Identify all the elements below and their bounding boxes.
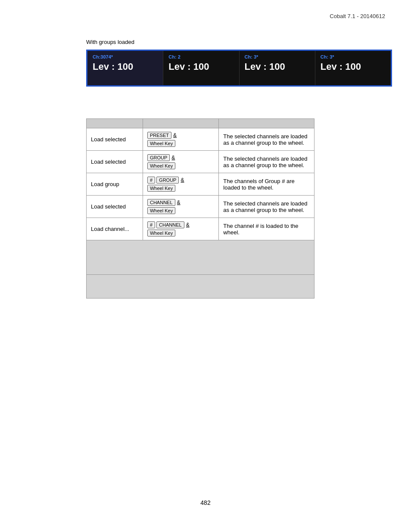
- preset-key: PRESET: [147, 132, 171, 139]
- key-row: GROUP &: [147, 154, 214, 161]
- amp-symbol: &: [186, 222, 190, 228]
- page-number: 482: [200, 499, 210, 506]
- table-row: Load channel... # CHANNEL & Wheel Key Th…: [87, 218, 314, 240]
- wheel-key: Wheel Key: [147, 185, 175, 192]
- channel-level-3: Lev : 100: [245, 61, 310, 72]
- action-cell: Load selected: [87, 128, 143, 151]
- wheel-key: Wheel Key: [147, 230, 175, 236]
- col3-header: [219, 119, 314, 128]
- channel-label-3: Ch: 3*: [245, 54, 310, 59]
- key-sequence: GROUP & Wheel Key: [147, 154, 214, 169]
- amp-symbol: &: [171, 155, 175, 161]
- key-row-2: Wheel Key: [147, 140, 214, 147]
- key-row: CHANNEL &: [147, 199, 214, 206]
- action-cell: Load channel...: [87, 218, 143, 240]
- key-row-2: Wheel Key: [147, 185, 214, 192]
- channel-cell-4: Ch: 3* Lev : 100: [315, 51, 391, 85]
- action-cell: Load selected: [87, 151, 143, 173]
- key-sequence: PRESET & Wheel Key: [147, 132, 214, 147]
- key-row-2: Wheel Key: [147, 207, 214, 214]
- group-key: GROUP: [156, 177, 179, 184]
- gray-cell-1: [87, 240, 314, 275]
- description-cell: The channel # is loaded to the wheel.: [219, 218, 314, 240]
- wheel-key: Wheel Key: [147, 140, 175, 147]
- table-row: Load selected PRESET & Wheel Key The sel…: [87, 128, 314, 151]
- group-key: GROUP: [147, 154, 170, 161]
- keys-cell: PRESET & Wheel Key: [143, 128, 218, 151]
- section-label: With groups loaded: [86, 39, 134, 45]
- description-cell: The selected channels are loaded as a ch…: [219, 128, 314, 151]
- page-header: Cobalt 7.1 - 20140612: [330, 13, 385, 19]
- channel-level-4: Lev : 100: [321, 61, 386, 72]
- keys-cell: # CHANNEL & Wheel Key: [143, 218, 218, 240]
- table-row: Load selected GROUP & Wheel Key The sele…: [87, 151, 314, 173]
- key-row-2: Wheel Key: [147, 162, 214, 169]
- channel-cell-1: Ch:3074* Lev : 100: [87, 51, 163, 85]
- wheel-key: Wheel Key: [147, 162, 175, 169]
- description-cell: The channels of Group # are loaded to th…: [219, 173, 314, 196]
- channel-key: CHANNEL: [156, 221, 184, 228]
- description-cell: The selected channels are loaded as a ch…: [219, 196, 314, 218]
- table-header-row: [87, 119, 314, 128]
- description-cell: The selected channels are loaded as a ch…: [219, 151, 314, 173]
- table-row: Load group # GROUP & Wheel Key The chann…: [87, 173, 314, 196]
- header-title: Cobalt 7.1 - 20140612: [330, 13, 385, 19]
- main-table: Load selected PRESET & Wheel Key The sel…: [86, 118, 314, 299]
- channel-label-4: Ch: 3*: [321, 54, 386, 59]
- keys-cell: CHANNEL & Wheel Key: [143, 196, 218, 218]
- channel-level-2: Lev : 100: [168, 61, 234, 72]
- keys-cell: GROUP & Wheel Key: [143, 151, 218, 173]
- key-row: # GROUP &: [147, 177, 214, 184]
- channel-panel: Ch:3074* Lev : 100 Ch: 2 Lev : 100 Ch: 3…: [86, 50, 392, 87]
- table-row: Load selected CHANNEL & Wheel Key The se…: [87, 196, 314, 218]
- action-cell: Load group: [87, 173, 143, 196]
- gray-section-2: [87, 275, 314, 299]
- channel-cell-3: Ch: 3* Lev : 100: [240, 51, 315, 85]
- hash-key: #: [147, 221, 155, 228]
- key-sequence: CHANNEL & Wheel Key: [147, 199, 214, 214]
- key-row: PRESET &: [147, 132, 214, 139]
- channel-level-1: Lev : 100: [93, 61, 158, 72]
- channel-label-2: Ch: 2: [168, 54, 234, 59]
- action-cell: Load selected: [87, 196, 143, 218]
- amp-symbol: &: [181, 177, 184, 183]
- amp-symbol: &: [177, 199, 181, 205]
- key-sequence: # CHANNEL & Wheel Key: [147, 221, 214, 236]
- channel-cell-2: Ch: 2 Lev : 100: [163, 51, 239, 85]
- key-sequence: # GROUP & Wheel Key: [147, 177, 214, 192]
- amp-symbol: &: [173, 132, 177, 138]
- hash-key: #: [147, 177, 155, 184]
- gray-section-1: [87, 240, 314, 275]
- col1-header: [87, 119, 143, 128]
- channel-label-1: Ch:3074*: [93, 54, 158, 59]
- key-row: # CHANNEL &: [147, 221, 214, 228]
- keys-cell: # GROUP & Wheel Key: [143, 173, 218, 196]
- gray-cell-2: [87, 275, 314, 299]
- key-row-2: Wheel Key: [147, 230, 214, 236]
- wheel-key: Wheel Key: [147, 207, 175, 214]
- channel-key: CHANNEL: [147, 199, 175, 206]
- col2-header: [143, 119, 218, 128]
